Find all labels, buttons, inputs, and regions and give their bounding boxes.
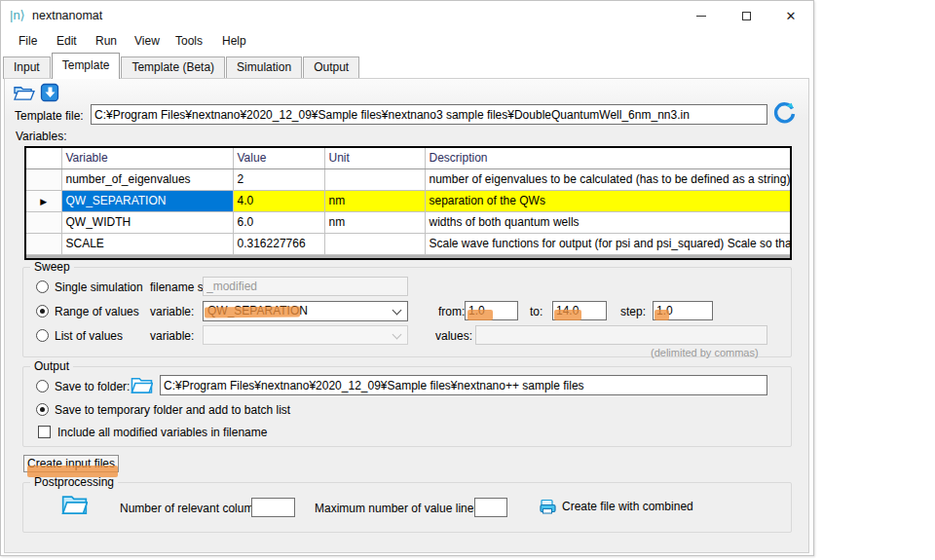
create-combined-label: Create file with combined [562,500,693,513]
row-selector[interactable] [25,233,61,254]
values-hint: (delimited by commas) [651,347,759,358]
menu-bar: File Edit Run View Tools Help [1,30,813,53]
annotation-to [554,310,581,320]
postprocessing-folder-icon[interactable] [61,492,88,516]
cell-value[interactable]: 2 [233,168,324,190]
list-of-values-label: List of values [55,329,123,343]
menu-edit[interactable]: Edit [56,34,77,48]
app-logo-icon: |n⟩ [10,8,25,22]
range-of-values-radio[interactable] [36,305,49,317]
save-temp-radio[interactable] [36,403,49,416]
value-lines-label: Maximum number of value lines: [315,502,483,515]
include-variables-checkbox[interactable] [38,426,51,438]
tab-template[interactable]: Template [52,53,121,79]
window-title: nextnanomat [32,9,102,22]
menu-file[interactable]: File [19,34,37,48]
cell-unit[interactable]: nm [324,190,425,211]
minimize-icon [696,16,706,17]
row-selector[interactable] [25,168,61,190]
combine-file-icon[interactable] [540,499,557,514]
save-to-folder-radio[interactable] [36,380,49,392]
tab-template-beta[interactable]: Template (Beta) [121,56,225,79]
relevant-column-input[interactable] [251,498,295,517]
cell-variable[interactable]: SCALE [61,233,233,254]
current-row-arrow-icon: ▶ [40,197,47,206]
maximize-icon [742,12,751,20]
relevant-column-label: Number of relevant column: [120,502,263,515]
minimize-button[interactable] [679,1,724,30]
refresh-icon[interactable] [771,100,797,126]
close-button[interactable]: ✕ [768,1,813,30]
cell-value[interactable]: 6.0 [233,211,324,233]
values-label: values: [435,329,472,343]
cell-value[interactable]: 0.316227766 [233,233,324,254]
table-row[interactable]: number_of_eigenvalues 2 number of eigenv… [25,168,791,190]
cell-description[interactable]: number of eigenvalues to be calculated (… [425,168,791,190]
close-icon: ✕ [786,10,797,22]
annotation-step [654,310,669,320]
cell-variable[interactable]: QW_WIDTH [61,211,233,233]
value-lines-input[interactable] [474,498,507,517]
tab-output[interactable]: Output [303,56,359,79]
table-row-selected[interactable]: ▶ QW_SEPARATION 4.0 nm separation of the… [25,190,791,211]
cell-value[interactable]: 4.0 [233,190,324,211]
save-temp-label: Save to temporary folder and add to batc… [55,403,290,417]
sweep-group-label: Sweep [30,260,74,274]
range-of-values-label: Range of values [55,305,139,318]
cell-unit[interactable]: nm [324,211,425,233]
table-row[interactable]: SCALE 0.316227766 Scale wave functions f… [25,233,791,254]
browse-folder-icon[interactable] [131,375,153,394]
postprocessing-group-label: Postprocessing [30,475,118,489]
list-variable-label: variable: [150,329,194,343]
to-label: to: [530,305,542,318]
maximize-button[interactable] [724,1,768,30]
menu-run[interactable]: Run [95,34,117,48]
cell-variable[interactable]: QW_SEPARATION [61,190,233,211]
list-variable-dropdown[interactable] [203,325,408,345]
col-description[interactable]: Description [425,147,791,168]
annotation-from [468,310,493,320]
title-bar: |n⟩ nextnanomat ✕ [1,1,813,30]
table-row[interactable]: QW_WIDTH 6.0 nm widths of both quantum w… [25,211,791,233]
include-variables-label: Include all modified variables in filena… [57,426,267,439]
menu-view[interactable]: View [134,34,160,48]
cell-unit[interactable] [324,233,425,254]
from-label: from: [438,305,465,318]
row-selector[interactable] [25,211,61,233]
col-variable[interactable]: Variable [61,147,233,168]
list-of-values-radio[interactable] [36,329,49,342]
single-simulation-radio[interactable] [36,280,49,293]
variables-table: Variable Value Unit Description number_o… [24,146,792,260]
step-label: step: [620,305,646,318]
single-simulation-label: Single simulation [55,280,143,294]
cell-description[interactable]: separation of the QWs [425,190,791,211]
tab-input[interactable]: Input [3,56,51,79]
save-to-folder-label: Save to folder: [55,380,130,393]
col-value[interactable]: Value [233,147,324,168]
cell-description[interactable]: widths of both quantum wells [425,211,791,233]
app-window: |n⟩ nextnanomat ✕ File Edit Run View Too… [0,0,814,556]
import-template-icon[interactable] [39,83,60,102]
filename-suffix-input[interactable] [203,277,408,296]
tab-simulation[interactable]: Simulation [226,56,302,79]
row-selector-current[interactable]: ▶ [25,190,61,211]
cell-variable[interactable]: number_of_eigenvalues [61,168,233,190]
template-file-input[interactable] [91,104,767,125]
chevron-down-icon [393,330,402,340]
chevron-down-icon [393,306,402,316]
open-template-icon[interactable] [13,83,35,102]
annotation-variable-dropdown [205,306,300,317]
save-folder-path-input[interactable] [160,375,767,395]
row-selector-header[interactable] [25,147,61,168]
variables-label: Variables: [16,130,66,143]
menu-tools[interactable]: Tools [175,34,203,48]
cell-unit[interactable] [324,168,425,190]
range-variable-label: variable: [150,305,194,318]
tab-strip: Input Template Template (Beta) Simulatio… [3,54,360,79]
menu-help[interactable]: Help [222,34,246,48]
variables-header-row: Variable Value Unit Description [25,147,791,168]
annotation-create-button [27,466,118,477]
values-input[interactable] [475,325,767,345]
cell-description[interactable]: Scale wave functions for output (for psi… [425,233,791,254]
col-unit[interactable]: Unit [324,147,425,168]
